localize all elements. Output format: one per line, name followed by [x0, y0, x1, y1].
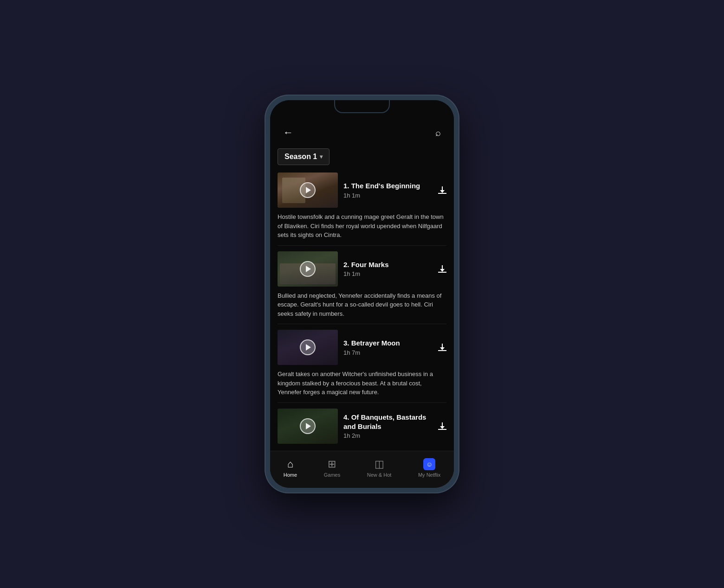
phone-screen: ← ⌕ Season 1 ▾	[270, 100, 454, 488]
dl-arrow-icon-2	[438, 265, 446, 272]
play-button-4[interactable]	[300, 418, 316, 434]
dl-line-icon-3	[438, 350, 446, 351]
search-button[interactable]: ⌕	[432, 126, 445, 140]
episode-thumbnail-2[interactable]	[278, 251, 338, 287]
episode-meta-2: 2. Four Marks 1h 1m	[343, 260, 433, 278]
download-icon-2	[438, 265, 446, 273]
episode-description-1: Hostile townsfolk and a cunning mage gre…	[278, 212, 446, 246]
thumb-overlay-1	[278, 173, 338, 208]
episode-row-4: 4. Of Banquets, Bastards and Burials 1h …	[278, 409, 446, 444]
episode-title-2: 2. Four Marks	[343, 260, 433, 269]
nav-item-my-netflix[interactable]: ☺ My Netflix	[411, 456, 448, 479]
download-button-2[interactable]	[438, 265, 446, 273]
episode-title-3: 3. Betrayer Moon	[343, 339, 433, 348]
nav-item-games[interactable]: ⊞ Games	[317, 456, 348, 479]
download-button-3[interactable]	[438, 344, 446, 351]
episode-item-2: 2. Four Marks 1h 1m Bullied and neglecte…	[270, 251, 454, 325]
download-icon-4	[438, 422, 446, 430]
bottom-navigation: ⌂ Home ⊞ Games ◫ New & Hot ☺ My Netflix	[270, 451, 454, 488]
episode-thumbnail-1[interactable]	[278, 173, 338, 208]
episode-duration-2: 1h 1m	[343, 270, 433, 277]
dl-line-icon-1	[438, 193, 446, 194]
play-icon-4	[306, 423, 311, 429]
notch	[334, 100, 390, 113]
dl-arrow-icon-4	[438, 422, 446, 429]
nav-label-new-hot: New & Hot	[367, 472, 392, 478]
play-icon-2	[306, 266, 311, 272]
episode-duration-4: 1h 2m	[343, 432, 433, 439]
nav-item-new-hot[interactable]: ◫ New & Hot	[360, 456, 399, 479]
season-dropdown[interactable]: Season 1 ▾	[278, 148, 330, 165]
phone-device: ← ⌕ Season 1 ▾	[265, 95, 459, 493]
episode-title-1: 1. The End's Beginning	[343, 181, 433, 191]
episode-duration-1: 1h 1m	[343, 192, 433, 199]
dl-arrow-icon-3	[438, 344, 446, 350]
back-button[interactable]: ←	[279, 125, 297, 141]
play-button-2[interactable]	[300, 261, 316, 277]
my-netflix-avatar-icon: ☺	[423, 458, 435, 470]
episode-title-4: 4. Of Banquets, Bastards and Burials	[343, 413, 433, 431]
download-icon-1	[438, 186, 446, 194]
thumb-overlay-4	[278, 409, 338, 444]
episode-row-3: 3. Betrayer Moon 1h 7m	[278, 330, 446, 365]
episode-thumbnail-4[interactable]	[278, 409, 338, 444]
home-icon: ⌂	[287, 458, 293, 470]
episode-list-content[interactable]: Season 1 ▾ 1. The E	[270, 145, 454, 451]
games-icon: ⊞	[328, 458, 336, 470]
play-button-1[interactable]	[300, 182, 316, 198]
episode-meta-1: 1. The End's Beginning 1h 1m	[343, 181, 433, 199]
episode-row-1: 1. The End's Beginning 1h 1m	[278, 173, 446, 208]
download-icon-3	[438, 344, 446, 351]
play-icon-1	[306, 187, 311, 193]
dl-line-icon-4	[438, 429, 446, 430]
episode-meta-3: 3. Betrayer Moon 1h 7m	[343, 339, 433, 356]
episode-thumbnail-3[interactable]	[278, 330, 338, 365]
dl-line-icon-2	[438, 272, 446, 273]
nav-label-games: Games	[324, 472, 340, 478]
episode-item-1: 1. The End's Beginning 1h 1m Hostile tow…	[270, 173, 454, 246]
dropdown-arrow-icon: ▾	[320, 153, 323, 160]
season-selector-container: Season 1 ▾	[270, 145, 454, 173]
episode-item-3: 3. Betrayer Moon 1h 7m Geralt takes on a…	[270, 330, 454, 403]
episode-description-2: Bullied and neglected, Yennefer accident…	[278, 291, 446, 325]
my-netflix-icon: ☺	[423, 458, 435, 470]
episode-duration-3: 1h 7m	[343, 349, 433, 356]
top-nav-bar: ← ⌕	[270, 121, 454, 145]
nav-item-home[interactable]: ⌂ Home	[276, 456, 304, 479]
nav-label-my-netflix: My Netflix	[418, 472, 440, 478]
status-bar	[270, 100, 454, 121]
thumb-overlay-2	[278, 251, 338, 287]
episode-meta-4: 4. Of Banquets, Bastards and Burials 1h …	[343, 413, 433, 439]
episode-description-3: Geralt takes on another Witcher's unfini…	[278, 370, 446, 403]
play-button-3[interactable]	[300, 339, 316, 355]
download-button-1[interactable]	[438, 186, 446, 194]
play-icon-3	[306, 344, 311, 351]
episode-item-4: 4. Of Banquets, Bastards and Burials 1h …	[270, 409, 454, 451]
new-hot-icon: ◫	[375, 458, 384, 470]
nav-label-home: Home	[284, 472, 297, 478]
episode-row-2: 2. Four Marks 1h 1m	[278, 251, 446, 287]
season-label: Season 1	[284, 153, 317, 161]
thumb-overlay-3	[278, 330, 338, 365]
dl-arrow-icon-1	[438, 186, 446, 193]
download-button-4[interactable]	[438, 422, 446, 430]
